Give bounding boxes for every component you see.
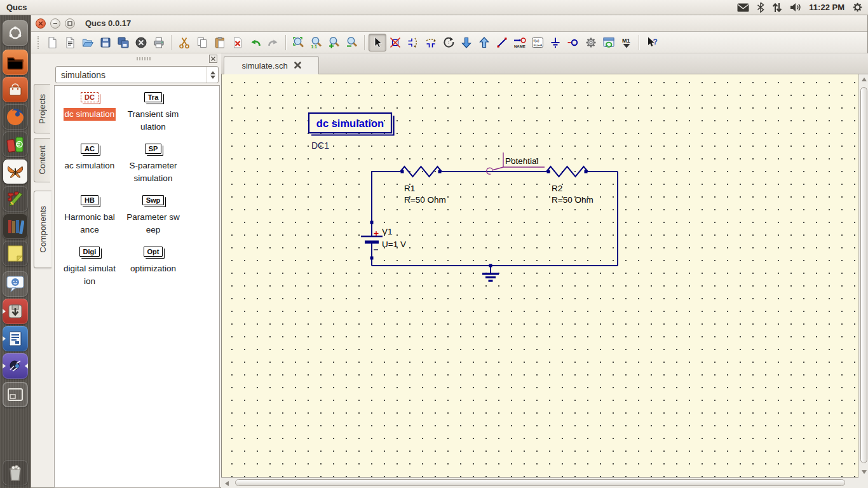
toolbar-redo-button[interactable]: [264, 34, 282, 51]
window-titlebar[interactable]: Qucs 0.0.17: [31, 15, 867, 32]
sticky-notes-icon[interactable]: [3, 241, 28, 266]
svg-text:dc simulation: dc simulation: [316, 118, 384, 129]
toolbar-save-button[interactable]: [97, 34, 114, 51]
desktop: Qucs 11:22 PM: [0, 0, 868, 488]
horizontal-scrollbar[interactable]: [221, 477, 858, 488]
running-indicator: [3, 336, 6, 341]
component-item-dc-simulation[interactable]: DC dc simulation: [57, 92, 122, 121]
vertical-scrollbar[interactable]: [858, 74, 868, 477]
network-arrows-icon[interactable]: [772, 3, 782, 13]
toolbar-view-data-display-button[interactable]: [600, 34, 618, 51]
toolbar-handle[interactable]: [37, 36, 41, 49]
ebook-library-icon[interactable]: [3, 214, 28, 239]
svg-text:?: ?: [653, 37, 658, 46]
vertical-scroll-thumb[interactable]: [860, 87, 867, 463]
mail-icon[interactable]: [737, 3, 749, 12]
panel-app-menu[interactable]: Qucs: [0, 3, 27, 12]
toolbar-zoom-1-1-button[interactable]: 1:1: [308, 34, 325, 51]
toolbar-copy-button[interactable]: [193, 34, 211, 51]
qucs-window: Qucs 0.0.17 1:1: [31, 15, 868, 488]
image-viewer-butterfly-icon[interactable]: [3, 159, 28, 184]
office-document-icon[interactable]: [3, 326, 28, 351]
component-label: Harmonic bal ance: [64, 211, 115, 236]
toolbar-undo-button[interactable]: [247, 34, 264, 51]
toolbar-mirror-x-axis-button[interactable]: [404, 34, 422, 51]
software-center-bag-icon[interactable]: [3, 77, 28, 102]
dock-drag-handle[interactable]: [137, 57, 151, 60]
toolbar-new-text-button[interactable]: [61, 34, 79, 51]
window-minimize-button[interactable]: [50, 18, 60, 29]
toolbar-insert-port-button[interactable]: [564, 34, 582, 51]
toolbar-whats-this-button[interactable]: ?: [643, 34, 661, 51]
document-tab-simulate-sch[interactable]: simulate.sch: [224, 56, 319, 74]
svg-text:DC1: DC1: [311, 140, 329, 151]
window-close-button[interactable]: [36, 18, 46, 29]
toolbar-close-document-button[interactable]: [132, 34, 150, 51]
toolbar-insert-equation-button[interactable]: f(u)=u+4: [529, 34, 546, 51]
dropdown-spin-arrows-icon[interactable]: [207, 67, 218, 83]
package-installer-icon[interactable]: [3, 299, 28, 324]
tab-close-icon[interactable]: [294, 61, 301, 71]
currency-app-icon[interactable]: [3, 132, 28, 157]
component-item-optimization[interactable]: Opt optimization: [121, 247, 186, 275]
component-item-ac-simulation[interactable]: AC ac simulation: [57, 144, 122, 172]
schematic-canvas[interactable]: dc simulation DC1 R1 R=50 Ohm: [221, 74, 858, 477]
component-item-transient-simulation[interactable]: Tra Transient sim ulation: [121, 92, 186, 133]
sidebar-tab-components[interactable]: Components: [34, 191, 51, 268]
toolbar-cut-button[interactable]: [175, 34, 193, 51]
toolbar-select-button[interactable]: [369, 34, 386, 51]
toolbar-insert-marker-button[interactable]: M1: [618, 34, 635, 51]
svg-text:1:1: 1:1: [311, 44, 318, 48]
scroll-left-icon[interactable]: [225, 481, 229, 486]
toolbar-mirror-y-axis-button[interactable]: [422, 34, 440, 51]
toolbar-new-button[interactable]: [43, 34, 61, 51]
ground-symbol[interactable]: [482, 266, 499, 281]
toolbar-save-all-button[interactable]: [114, 34, 132, 51]
scroll-up-icon[interactable]: [862, 78, 867, 81]
toolbar-insert-wire-button[interactable]: [493, 34, 511, 51]
component-icon: AC: [81, 144, 98, 154]
firefox-icon[interactable]: [3, 104, 28, 130]
dc-simulation-block[interactable]: dc simulation DC1: [309, 113, 394, 151]
toolbar-simulate-gear-button[interactable]: [582, 34, 600, 51]
session-gear-icon[interactable]: [852, 2, 863, 13]
files-folder-icon[interactable]: [3, 50, 28, 75]
scroll-down-icon[interactable]: [862, 470, 867, 474]
toolbar-zoom-out-button[interactable]: [343, 34, 361, 51]
toolbar-zoom-fit-button[interactable]: [290, 34, 308, 51]
sidebar-tab-projects[interactable]: Projects: [34, 84, 50, 133]
qucs-active-icon[interactable]: [3, 353, 28, 379]
bluetooth-icon[interactable]: [757, 2, 764, 13]
running-indicator: [3, 363, 6, 369]
toolbar-insert-wire-label-button[interactable]: NAME: [511, 34, 529, 51]
plus-sign-icon: [374, 231, 379, 236]
toolbar-rotate-button[interactable]: [440, 34, 458, 51]
dock-close-button[interactable]: [209, 55, 217, 63]
ubuntu-dash-icon[interactable]: [3, 20, 28, 46]
toolbar-print-button[interactable]: [150, 34, 168, 51]
toolbar-zoom-in-button[interactable]: [325, 34, 343, 51]
component-category-dropdown[interactable]: simulations: [55, 66, 219, 83]
panel-clock[interactable]: 11:22 PM: [809, 3, 844, 12]
toolbar-open-button[interactable]: [79, 34, 97, 51]
toolbar-pop-out-button[interactable]: [475, 34, 493, 51]
window-maximize-button[interactable]: [65, 18, 75, 29]
horizontal-scroll-thumb[interactable]: [235, 479, 845, 486]
toolbar-deactivate-button[interactable]: [386, 34, 404, 51]
workspace-window-icon[interactable]: [3, 382, 28, 407]
toolbar-delete-button[interactable]: [229, 34, 247, 51]
component-item-harmonic-balance[interactable]: HB Harmonic bal ance: [57, 195, 122, 236]
toolbar-insert-ground-button[interactable]: [546, 34, 564, 51]
component-item-s-parameter-simulation[interactable]: SP S-parameter simulation: [121, 144, 186, 184]
volume-icon[interactable]: [790, 3, 801, 12]
component-label: S-parameter simulation: [129, 159, 177, 184]
component-item-parameter-sweep[interactable]: Swp Parameter sw eep: [121, 195, 186, 236]
component-item-digital-simulation[interactable]: Digi digital simulat ion: [57, 247, 122, 287]
toolbar-paste-button[interactable]: [211, 34, 229, 51]
vector-editor-pen-icon[interactable]: [3, 186, 28, 212]
messenger-icon[interactable]: [3, 271, 28, 297]
sidebar-tab-content[interactable]: Content: [34, 138, 50, 182]
voltage-source-V1[interactable]: V1 U=1 V: [361, 227, 406, 250]
toolbar-push-into-subcircuit-button[interactable]: [458, 34, 475, 51]
trash-icon[interactable]: [3, 460, 28, 485]
